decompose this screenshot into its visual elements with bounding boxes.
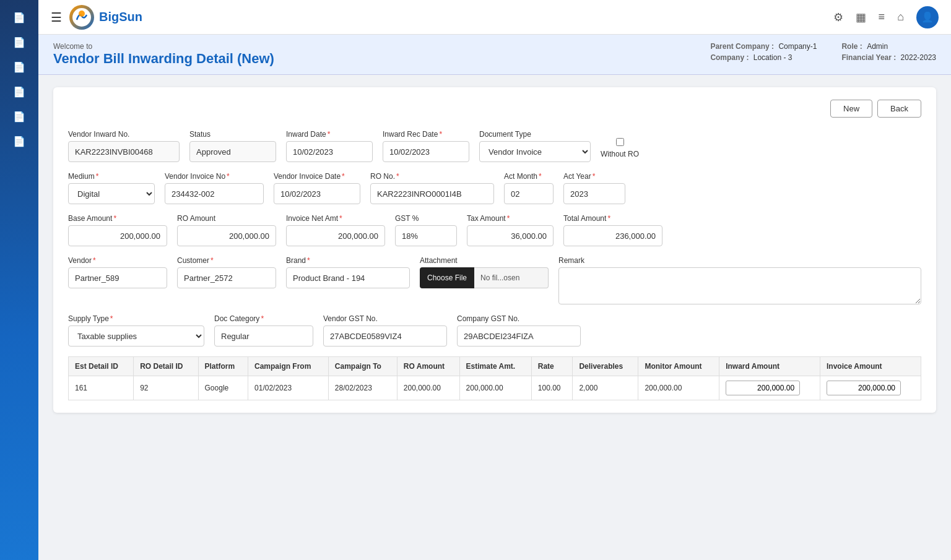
vendor-invoice-no-group: Vendor Invoice No* [165, 172, 264, 204]
form-row-3: Base Amount* RO Amount Invoice Net Amt* … [68, 214, 921, 246]
doc-category-label: Doc Category* [214, 314, 313, 323]
vendor-input[interactable] [68, 267, 167, 288]
inward-rec-date-group: Inward Rec Date* [383, 130, 469, 162]
vendor-inward-no-input[interactable] [68, 141, 180, 162]
header-bar: Welcome to Vendor Bill Inwarding Detail … [38, 35, 951, 75]
table-row: 161 92 Google 01/02/2023 28/02/2023 200,… [69, 376, 921, 400]
vendor-gst-no-label: Vendor GST No. [323, 314, 447, 323]
new-button[interactable]: New [830, 100, 872, 118]
vendor-gst-no-input[interactable] [323, 325, 447, 347]
th-est-detail-id: Est Detail ID [69, 357, 134, 376]
gst-percent-input[interactable] [395, 225, 457, 246]
status-input[interactable] [189, 141, 276, 162]
company-gst-no-input[interactable] [457, 325, 581, 347]
td-deliverables: 2,000 [573, 376, 638, 400]
total-amount-input[interactable] [563, 225, 662, 246]
without-ro-group: Without RO [601, 138, 639, 162]
form-row-4: Vendor* Customer* Brand* [68, 256, 921, 304]
list-icon[interactable]: ≡ [879, 11, 885, 24]
form-row-1: Vendor Inward No. Status Inward Date* In… [68, 130, 921, 162]
brand-label: Brand* [286, 256, 410, 265]
home-icon[interactable]: ⌂ [897, 11, 904, 24]
ro-amount-group: RO Amount [177, 214, 276, 246]
form-card: New Back Vendor Inward No. Status Inward… [53, 87, 936, 413]
customer-label: Customer* [177, 256, 276, 265]
form-row-5: Supply Type* Taxable supplies Doc Catego… [68, 314, 921, 347]
brand-input[interactable] [286, 267, 410, 288]
supply-type-label: Supply Type* [68, 314, 204, 323]
medium-select[interactable]: Digital [68, 183, 155, 204]
th-platform: Platform [198, 357, 248, 376]
ro-no-input[interactable] [370, 183, 494, 204]
meta-parent-company: Parent Company : Company-1 Company : Loc… [710, 42, 817, 62]
total-amount-group: Total Amount* [563, 214, 662, 246]
td-campaign-from: 01/02/2023 [248, 376, 329, 400]
act-year-input[interactable] [563, 183, 625, 204]
sidebar-item-1[interactable]: 📄 [8, 6, 30, 28]
th-ro-amount: RO Amount [397, 357, 459, 376]
act-year-label: Act Year* [563, 172, 625, 181]
customer-group: Customer* [177, 256, 276, 288]
hamburger-icon[interactable]: ☰ [51, 10, 62, 25]
role-label: Role : Admin [841, 42, 936, 51]
td-inward-amount[interactable] [719, 376, 820, 400]
supply-type-select[interactable]: Taxable supplies [68, 325, 204, 347]
without-ro-checkbox[interactable] [616, 138, 624, 146]
th-ro-detail-id: RO Detail ID [134, 357, 198, 376]
attachment-group: Attachment Choose File No fil...osen [420, 256, 549, 288]
tax-amount-input[interactable] [467, 225, 554, 246]
vendor-invoice-no-label: Vendor Invoice No* [165, 172, 264, 181]
settings-icon[interactable]: ⚙ [833, 11, 843, 24]
choose-file-button[interactable]: Choose File [420, 267, 474, 288]
sidebar-item-5[interactable]: 📄 [8, 105, 30, 127]
inward-amount-input[interactable] [726, 381, 800, 395]
vendor-inward-no-group: Vendor Inward No. [68, 130, 180, 162]
file-label: No fil...osen [474, 267, 549, 288]
base-amount-label: Base Amount* [68, 214, 167, 223]
invoice-net-amt-label: Invoice Net Amt* [286, 214, 385, 223]
form-row-2: Medium* Digital Vendor Invoice No* Vendo… [68, 172, 921, 204]
grid-icon[interactable]: ▦ [856, 11, 866, 24]
inward-date-label: Inward Date* [286, 130, 373, 139]
customer-input[interactable] [177, 267, 276, 288]
back-button[interactable]: Back [877, 100, 921, 118]
td-estimate-amt: 200,000.00 [459, 376, 531, 400]
sidebar-item-2[interactable]: 📄 [8, 31, 30, 53]
remark-textarea[interactable] [558, 267, 921, 304]
sidebar-item-4[interactable]: 📄 [8, 80, 30, 103]
document-type-select[interactable]: Vendor Invoice [479, 141, 591, 162]
vendor-invoice-no-input[interactable] [165, 183, 264, 204]
topnav: ☰ BigSun ⚙ ▦ ≡ ⌂ 👤 [38, 0, 951, 35]
gst-percent-label: GST % [395, 214, 457, 223]
header-title-area: Welcome to Vendor Bill Inwarding Detail … [53, 42, 710, 67]
sidebar-item-3[interactable]: 📄 [8, 56, 30, 78]
vendor-invoice-date-input[interactable] [274, 183, 360, 204]
parent-company-label: Parent Company : Company-1 [710, 42, 817, 51]
td-est-detail-id: 161 [69, 376, 134, 400]
avatar[interactable]: 👤 [916, 6, 939, 28]
tax-amount-label: Tax Amount* [467, 214, 554, 223]
inward-date-input[interactable] [286, 141, 373, 162]
gst-percent-group: GST % [395, 214, 457, 246]
invoice-net-amt-input[interactable] [286, 225, 385, 246]
td-invoice-amount[interactable] [820, 376, 921, 400]
invoice-amount-input[interactable] [827, 381, 901, 395]
logo-text: BigSun [99, 10, 142, 24]
status-label: Status [189, 130, 276, 139]
th-deliverables: Deliverables [573, 357, 638, 376]
vendor-label: Vendor* [68, 256, 167, 265]
logo-area: BigSun [69, 5, 142, 30]
base-amount-input[interactable] [68, 225, 167, 246]
company-gst-no-label: Company GST No. [457, 314, 581, 323]
inward-rec-date-label: Inward Rec Date* [383, 130, 469, 139]
inward-rec-date-input[interactable] [383, 141, 469, 162]
financial-year-label: Financial Year : 2022-2023 [841, 53, 936, 62]
act-month-input[interactable] [504, 183, 554, 204]
svg-point-1 [79, 11, 85, 17]
ro-amount-input[interactable] [177, 225, 276, 246]
detail-table: Est Detail ID RO Detail ID Platform Camp… [68, 356, 921, 400]
ro-no-group: RO No.* [370, 172, 494, 204]
content-area: New Back Vendor Inward No. Status Inward… [38, 75, 951, 560]
sidebar-item-6[interactable]: 📄 [8, 130, 30, 152]
doc-category-input[interactable] [214, 325, 313, 347]
